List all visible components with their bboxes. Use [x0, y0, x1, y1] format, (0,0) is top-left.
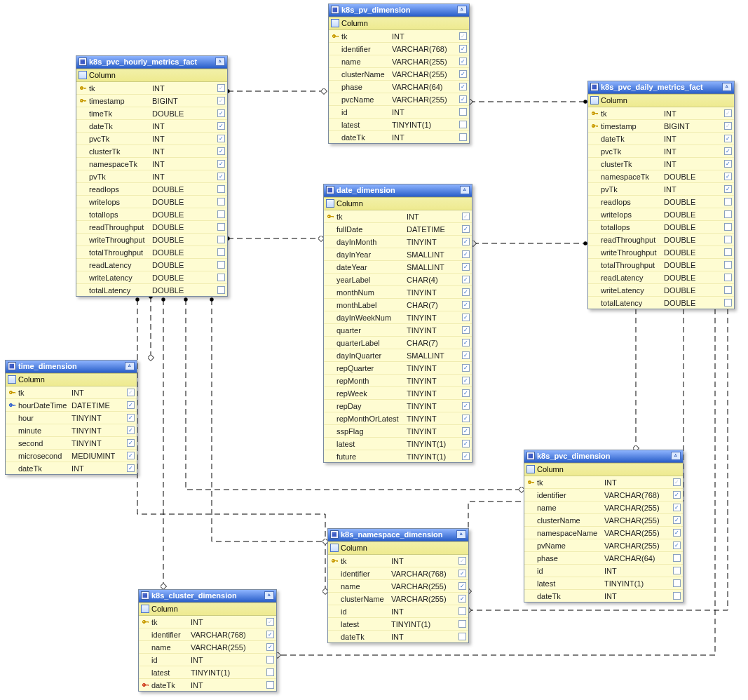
column-row[interactable]: repDayTINYINT✓ — [324, 400, 472, 412]
not-null-checkbox[interactable]: ✓ — [724, 122, 732, 130]
column-row[interactable]: identifierVARCHAR(768)✓ — [329, 43, 469, 55]
not-null-checkbox[interactable]: ✓ — [462, 427, 470, 435]
column-row[interactable]: 🔑︎tkINT✓ — [588, 107, 734, 120]
not-null-checkbox[interactable]: ✓ — [462, 301, 470, 309]
not-null-checkbox[interactable]: ✓ — [217, 261, 225, 269]
column-row[interactable]: dayInMonthTINYINT✓ — [324, 236, 472, 248]
collapse-icon[interactable]: ▵ — [264, 591, 274, 600]
entity-k8s_namespace_dimension[interactable]: ▦k8s_namespace_dimension▵Column🔑︎tkINT✓i… — [327, 528, 469, 643]
not-null-checkbox[interactable]: ✓ — [673, 491, 681, 499]
not-null-checkbox[interactable]: ✓ — [673, 541, 681, 549]
column-row[interactable]: identifierVARCHAR(768)✓ — [139, 628, 276, 641]
column-row[interactable]: clusterNameVARCHAR(255)✓ — [524, 514, 683, 527]
not-null-checkbox[interactable]: ✓ — [462, 314, 470, 321]
column-row[interactable]: dateTkINT✓ — [524, 590, 683, 602]
not-null-checkbox[interactable]: ✓ — [724, 135, 732, 142]
not-null-checkbox[interactable]: ✓ — [462, 415, 470, 422]
column-row[interactable]: 🔑︎hourDateTimeDATETIME✓ — [6, 399, 137, 412]
not-null-checkbox[interactable]: ✓ — [462, 225, 470, 233]
not-null-checkbox[interactable]: ✓ — [217, 135, 225, 142]
entity-k8s_pvc_daily_metrics_fact[interactable]: ▦k8s_pvc_daily_metrics_fact▵Column🔑︎tkIN… — [587, 81, 735, 309]
not-null-checkbox[interactable]: ✓ — [458, 607, 466, 615]
not-null-checkbox[interactable]: ✓ — [462, 238, 470, 245]
column-row[interactable]: monthLabelCHAR(7)✓ — [324, 299, 472, 311]
not-null-checkbox[interactable]: ✓ — [724, 109, 732, 117]
not-null-checkbox[interactable]: ✓ — [724, 223, 732, 231]
column-row[interactable]: readThroughputDOUBLE✓ — [76, 221, 227, 234]
column-row[interactable]: readIopsDOUBLE✓ — [76, 183, 227, 196]
entity-time_dimension[interactable]: ▦time_dimension▵Column🔑︎tkINT✓🔑︎hourDate… — [5, 360, 137, 475]
not-null-checkbox[interactable]: ✓ — [266, 631, 274, 638]
collapse-icon[interactable]: ▵ — [722, 83, 732, 91]
column-row[interactable]: latestTINYINT(1)✓ — [324, 438, 472, 450]
column-row[interactable]: readIopsDOUBLE✓ — [588, 196, 734, 208]
not-null-checkbox[interactable]: ✓ — [458, 633, 466, 640]
column-row[interactable]: repMonthTINYINT✓ — [324, 375, 472, 387]
column-row[interactable]: identifierVARCHAR(768)✓ — [328, 567, 468, 580]
collapse-icon[interactable]: ▵ — [456, 530, 466, 539]
not-null-checkbox[interactable]: ✓ — [724, 173, 732, 180]
not-null-checkbox[interactable]: ✓ — [673, 567, 681, 574]
not-null-checkbox[interactable]: ✓ — [673, 529, 681, 537]
not-null-checkbox[interactable]: ✓ — [462, 440, 470, 447]
column-row[interactable]: dayInQuarterSMALLINT✓ — [324, 349, 472, 362]
column-row[interactable]: 🔑︎tkINT✓ — [76, 82, 227, 95]
column-section-header[interactable]: Column — [524, 463, 683, 476]
column-row[interactable]: totalIopsDOUBLE✓ — [76, 208, 227, 221]
column-row[interactable]: totalLatencyDOUBLE✓ — [588, 297, 734, 309]
not-null-checkbox[interactable]: ✓ — [459, 70, 467, 78]
column-section-header[interactable]: Column — [324, 197, 472, 210]
column-row[interactable]: dateTkINT✓ — [329, 131, 469, 143]
column-row[interactable]: totalThroughputDOUBLE✓ — [588, 259, 734, 271]
not-null-checkbox[interactable]: ✓ — [217, 286, 225, 294]
not-null-checkbox[interactable]: ✓ — [458, 570, 466, 577]
column-row[interactable]: repQuarterTINYINT✓ — [324, 362, 472, 375]
column-row[interactable]: 🔑︎tkINT✓ — [324, 210, 472, 223]
not-null-checkbox[interactable]: ✓ — [462, 452, 470, 460]
column-row[interactable]: writeIopsDOUBLE✓ — [76, 196, 227, 208]
column-section-header[interactable]: Column — [328, 541, 468, 555]
collapse-icon[interactable]: ▵ — [215, 58, 225, 66]
not-null-checkbox[interactable]: ✓ — [724, 274, 732, 281]
column-row[interactable]: phaseVARCHAR(64)✓ — [524, 552, 683, 565]
not-null-checkbox[interactable]: ✓ — [458, 557, 466, 565]
column-row[interactable]: readLatencyDOUBLE✓ — [76, 259, 227, 271]
not-null-checkbox[interactable]: ✓ — [462, 402, 470, 410]
not-null-checkbox[interactable]: ✓ — [266, 656, 274, 664]
not-null-checkbox[interactable]: ✓ — [724, 299, 732, 307]
column-row[interactable]: totalThroughputDOUBLE✓ — [76, 246, 227, 259]
not-null-checkbox[interactable]: ✓ — [217, 236, 225, 243]
column-row[interactable]: writeIopsDOUBLE✓ — [588, 208, 734, 221]
column-row[interactable]: 🔑︎tkINT✓ — [329, 30, 469, 43]
column-row[interactable]: readLatencyDOUBLE✓ — [588, 271, 734, 284]
column-row[interactable]: pvTkINT✓ — [588, 183, 734, 196]
not-null-checkbox[interactable]: ✓ — [673, 592, 681, 600]
column-row[interactable]: pvcTkINT✓ — [588, 145, 734, 158]
collapse-icon[interactable]: ▵ — [125, 362, 135, 370]
column-row[interactable]: monthNumTINYINT✓ — [324, 286, 472, 299]
column-row[interactable]: phaseVARCHAR(64)✓ — [329, 81, 469, 93]
column-row[interactable]: timeTkDOUBLE✓ — [76, 107, 227, 120]
not-null-checkbox[interactable]: ✓ — [673, 579, 681, 587]
column-row[interactable]: latestTINYINT(1)✓ — [329, 119, 469, 131]
not-null-checkbox[interactable]: ✓ — [217, 210, 225, 218]
collapse-icon[interactable]: ▵ — [457, 6, 467, 14]
column-row[interactable]: 🔑︎tkINT✓ — [6, 386, 137, 399]
column-row[interactable]: pvNameVARCHAR(255)✓ — [524, 539, 683, 552]
not-null-checkbox[interactable]: ✓ — [462, 339, 470, 346]
column-row[interactable]: nameVARCHAR(255)✓ — [524, 502, 683, 514]
entity-k8s_pv_dimension[interactable]: ▦k8s_pv_dimension▵Column🔑︎tkINT✓identifi… — [328, 4, 470, 144]
column-row[interactable]: nameVARCHAR(255)✓ — [139, 641, 276, 654]
not-null-checkbox[interactable]: ✓ — [462, 326, 470, 334]
column-row[interactable]: quarterLabelCHAR(7)✓ — [324, 337, 472, 349]
entity-k8s_pvc_dimension[interactable]: ▦k8s_pvc_dimension▵Column🔑︎tkINT✓identif… — [524, 450, 684, 603]
entity-title[interactable]: ▦k8s_pvc_daily_metrics_fact▵ — [588, 81, 734, 94]
column-row[interactable]: 🔑︎dateTkINT✓ — [139, 679, 276, 691]
column-section-header[interactable]: Column — [588, 94, 734, 107]
not-null-checkbox[interactable]: ✓ — [462, 389, 470, 397]
not-null-checkbox[interactable]: ✓ — [459, 83, 467, 90]
not-null-checkbox[interactable]: ✓ — [459, 32, 467, 40]
not-null-checkbox[interactable]: ✓ — [673, 478, 681, 486]
entity-title[interactable]: ▦date_dimension▵ — [324, 184, 472, 197]
not-null-checkbox[interactable]: ✓ — [127, 464, 135, 472]
